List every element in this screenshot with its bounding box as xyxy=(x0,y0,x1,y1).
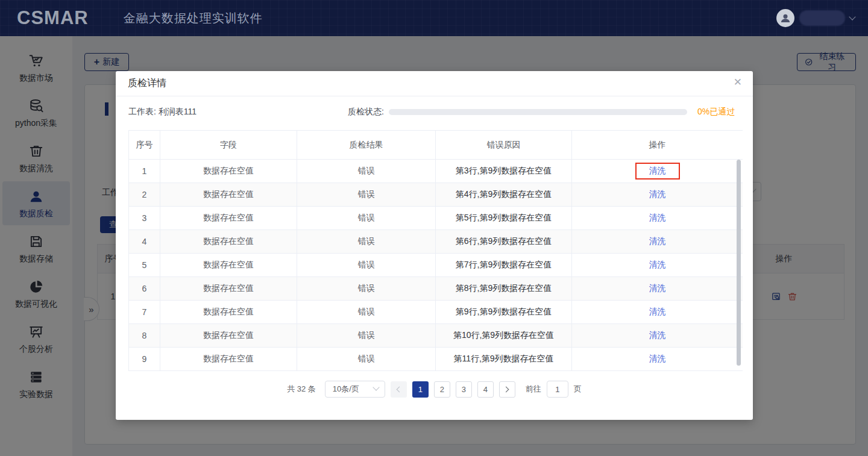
col-action: 操作 xyxy=(572,131,743,160)
cell-action: 清洗 xyxy=(572,160,743,183)
cell-index: 1 xyxy=(129,160,160,183)
user-name-redacted xyxy=(799,10,845,26)
clean-action-link[interactable]: 清洗 xyxy=(649,354,666,363)
cell-index: 8 xyxy=(129,324,160,348)
next-page-button[interactable] xyxy=(499,381,515,398)
goto-label: 前往 xyxy=(526,384,541,395)
goto-page-input[interactable] xyxy=(547,381,568,398)
cell-index: 2 xyxy=(129,183,160,207)
table-row: 6 数据存在空值 错误 第8行,第9列数据存在空值 清洗 xyxy=(129,277,743,301)
csmar-logo: CSMAR xyxy=(17,7,89,29)
cell-reason: 第11行,第9列数据存在空值 xyxy=(436,348,572,371)
chevron-down-icon xyxy=(849,13,855,20)
table-row: 4 数据存在空值 错误 第6行,第9列数据存在空值 清洗 xyxy=(129,230,743,254)
page-size-select[interactable]: 10条/页 xyxy=(325,381,385,398)
cell-result: 错误 xyxy=(297,324,436,348)
quality-check-detail-modal: 质检详情 ✕ 工作表: 利润表111 质检状态: 0%已通过 序号 字段 质检结… xyxy=(116,71,753,420)
cell-result: 错误 xyxy=(297,230,436,254)
cell-result: 错误 xyxy=(297,348,436,371)
quality-check-table-wrap: 序号 字段 质检结果 错误原因 操作 1 数据存在空值 错误 第3行,第9列数据… xyxy=(128,130,743,376)
cell-action: 清洗 xyxy=(572,183,743,207)
modal-worksheet: 工作表: 利润表111 xyxy=(128,107,197,117)
cell-field: 数据存在空值 xyxy=(160,183,297,207)
cell-result: 错误 xyxy=(297,183,436,207)
total-count: 共 32 条 xyxy=(287,384,316,395)
prev-page-button[interactable] xyxy=(391,381,407,398)
cell-field: 数据存在空值 xyxy=(160,324,297,348)
clean-action-link[interactable]: 清洗 xyxy=(649,236,666,246)
cell-action: 清洗 xyxy=(572,324,743,348)
cell-field: 数据存在空值 xyxy=(160,160,297,183)
cell-field: 数据存在空值 xyxy=(160,230,297,254)
clean-action-link[interactable]: 清洗 xyxy=(649,260,666,269)
cell-reason: 第4行,第9列数据存在空值 xyxy=(436,183,572,207)
table-row: 7 数据存在空值 错误 第9行,第9列数据存在空值 清洗 xyxy=(129,301,743,324)
cell-field: 数据存在空值 xyxy=(160,254,297,277)
cell-action: 清洗 xyxy=(572,277,743,301)
clean-action-link[interactable]: 清洗 xyxy=(649,283,666,293)
cell-index: 6 xyxy=(129,277,160,301)
clean-action-link[interactable]: 清洗 xyxy=(649,166,666,175)
modal-pagination: 共 32 条 10条/页 1 2 3 4 前往 页 xyxy=(116,381,753,398)
cell-reason: 第6行,第9列数据存在空值 xyxy=(436,230,572,254)
cell-result: 错误 xyxy=(297,160,436,183)
avatar[interactable] xyxy=(776,9,794,27)
cell-result: 错误 xyxy=(297,277,436,301)
clean-action-link[interactable]: 清洗 xyxy=(649,189,666,199)
col-reason: 错误原因 xyxy=(436,131,572,160)
modal-info-row: 工作表: 利润表111 质检状态: 0%已通过 xyxy=(116,105,753,119)
modal-header: 质检详情 ✕ xyxy=(116,71,753,96)
progress-bar xyxy=(389,109,687,115)
app-header: CSMAR 金融大数据处理实训软件 xyxy=(0,0,868,36)
clean-action-link[interactable]: 清洗 xyxy=(649,330,666,340)
cell-reason: 第3行,第9列数据存在空值 xyxy=(436,160,572,183)
cell-field: 数据存在空值 xyxy=(160,348,297,371)
chevron-down-icon xyxy=(373,384,379,390)
cell-reason: 第8行,第9列数据存在空值 xyxy=(436,277,572,301)
cell-action: 清洗 xyxy=(572,254,743,277)
col-field: 字段 xyxy=(160,131,297,160)
table-row: 9 数据存在空值 错误 第11行,第9列数据存在空值 清洗 xyxy=(129,348,743,371)
table-scrollbar-thumb[interactable] xyxy=(737,160,741,366)
cell-index: 4 xyxy=(129,230,160,254)
progress-percent-text: 0%已通过 xyxy=(697,107,735,117)
table-row: 2 数据存在空值 错误 第4行,第9列数据存在空值 清洗 xyxy=(129,183,743,207)
page-button-4[interactable]: 4 xyxy=(477,381,494,398)
cell-field: 数据存在空值 xyxy=(160,301,297,324)
cell-reason: 第7行,第9列数据存在空值 xyxy=(436,254,572,277)
app-title: 金融大数据处理实训软件 xyxy=(124,10,263,27)
cell-action: 清洗 xyxy=(572,230,743,254)
col-result: 质检结果 xyxy=(297,131,436,160)
page-button-1[interactable]: 1 xyxy=(412,381,429,398)
page-button-2[interactable]: 2 xyxy=(434,381,450,398)
modal-title: 质检详情 xyxy=(128,77,166,90)
cell-field: 数据存在空值 xyxy=(160,207,297,230)
close-icon[interactable]: ✕ xyxy=(734,77,742,87)
cell-result: 错误 xyxy=(297,254,436,277)
clean-action-link[interactable]: 清洗 xyxy=(649,307,666,316)
clean-action-link[interactable]: 清洗 xyxy=(649,213,666,222)
cell-index: 9 xyxy=(129,348,160,371)
cell-index: 7 xyxy=(129,301,160,324)
chevron-left-icon xyxy=(397,386,403,392)
table-header-row: 序号 字段 质检结果 错误原因 操作 xyxy=(129,131,743,160)
col-index: 序号 xyxy=(129,131,160,160)
target-highlight-box: 清洗 xyxy=(635,163,680,180)
cell-result: 错误 xyxy=(297,301,436,324)
page-suffix: 页 xyxy=(574,384,582,395)
cell-index: 5 xyxy=(129,254,160,277)
user-menu[interactable] xyxy=(776,0,855,36)
page-size-value: 10条/页 xyxy=(333,384,359,395)
quality-check-table: 序号 字段 质检结果 错误原因 操作 1 数据存在空值 错误 第3行,第9列数据… xyxy=(128,130,743,371)
cell-index: 3 xyxy=(129,207,160,230)
cell-reason: 第9行,第9列数据存在空值 xyxy=(436,301,572,324)
cell-action: 清洗 xyxy=(572,348,743,371)
cell-result: 错误 xyxy=(297,207,436,230)
cell-reason: 第5行,第9列数据存在空值 xyxy=(436,207,572,230)
page-button-3[interactable]: 3 xyxy=(456,381,472,398)
cell-field: 数据存在空值 xyxy=(160,277,297,301)
table-row: 3 数据存在空值 错误 第5行,第9列数据存在空值 清洗 xyxy=(129,207,743,230)
status-label: 质检状态: xyxy=(348,107,384,117)
table-row: 5 数据存在空值 错误 第7行,第9列数据存在空值 清洗 xyxy=(129,254,743,277)
cell-reason: 第10行,第9列数据存在空值 xyxy=(436,324,572,348)
